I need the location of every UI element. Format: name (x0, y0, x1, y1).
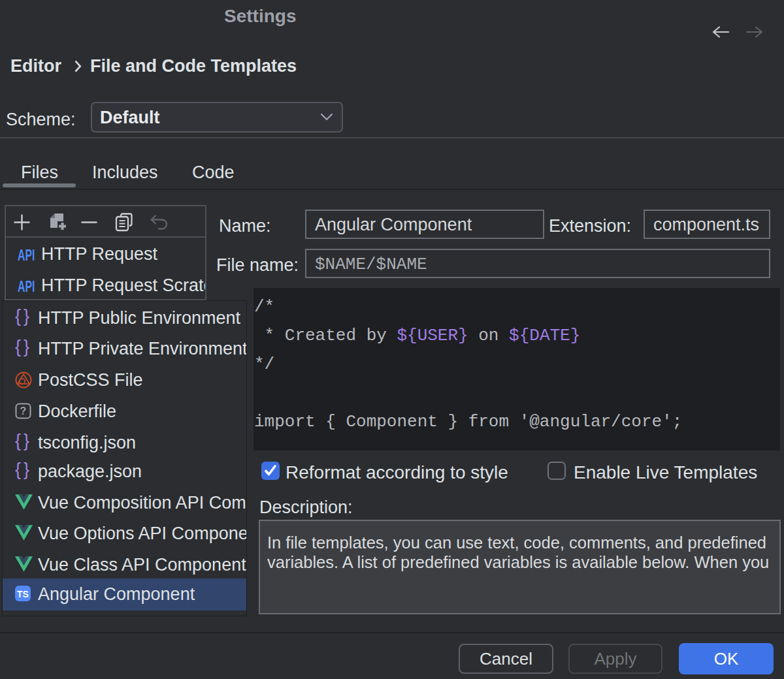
svg-text:?: ? (20, 405, 27, 417)
svg-text:TS: TS (17, 588, 29, 599)
